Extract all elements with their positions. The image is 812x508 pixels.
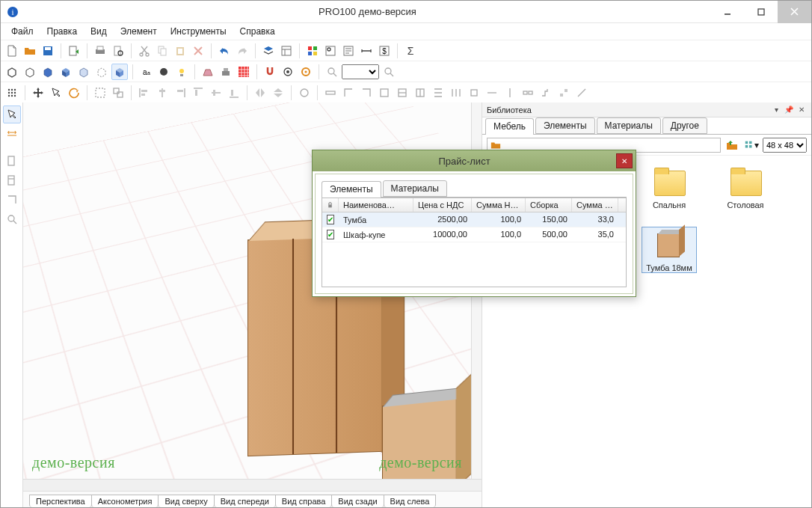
cut-button[interactable] [136, 43, 153, 59]
delete-button[interactable] [190, 43, 206, 59]
toggle-walls-button[interactable] [200, 64, 216, 80]
viewport-hscroll[interactable] [23, 479, 482, 491]
panel-pin-icon[interactable]: 📌 [784, 105, 794, 115]
dim-tool-9[interactable] [466, 85, 482, 101]
rotate-cw-button[interactable] [296, 85, 313, 101]
lt-1[interactable] [3, 152, 21, 170]
dim-tool-1[interactable] [322, 85, 339, 101]
select-tool[interactable] [48, 85, 64, 101]
dim-tool-5[interactable] [394, 85, 410, 101]
view-tab-axo[interactable]: Аксонометрия [91, 495, 159, 507]
new-button[interactable] [4, 43, 20, 59]
lib-item-folder[interactable]: Спальня [642, 168, 696, 209]
panel-close-icon[interactable]: ✕ [796, 105, 807, 115]
zoom-select[interactable] [342, 64, 379, 79]
close-button[interactable] [778, 1, 811, 23]
view-textured-button[interactable] [111, 64, 128, 80]
align-middle-button[interactable] [208, 85, 224, 101]
maximize-button[interactable] [744, 1, 778, 23]
view-wireframe-button[interactable] [4, 64, 20, 80]
dim-tool-13[interactable] [538, 85, 554, 101]
dim-tool-4[interactable] [376, 85, 393, 101]
view-tab-left[interactable]: Вид слева [384, 495, 437, 507]
lt-3[interactable] [3, 191, 21, 209]
view-transparent-button[interactable] [93, 64, 110, 80]
checkbox-icon[interactable]: ✔ [327, 215, 334, 224]
center-button[interactable] [298, 64, 314, 80]
dim-tool-8[interactable] [448, 85, 464, 101]
checkbox-icon[interactable]: ✔ [327, 230, 334, 239]
dim-tool-2[interactable] [340, 85, 357, 101]
cost-button[interactable]: $ [376, 43, 393, 59]
view-tab-top[interactable]: Вид сверху [158, 495, 214, 507]
table-row[interactable]: ✔ Тумба 2500,00 100,0 150,00 33,0 [322, 212, 626, 227]
menu-view[interactable]: Вид [84, 25, 113, 38]
up-folder-button[interactable] [724, 137, 740, 153]
lib-item-thumb[interactable]: Тумба 18мм [642, 227, 696, 272]
table-row[interactable]: ✔ Шкаф-купе 10000,00 100,0 500,00 35,0 [322, 227, 626, 242]
lib-tab-materials[interactable]: Материалы [597, 117, 661, 134]
open-button[interactable] [22, 43, 38, 59]
dim-tool-10[interactable] [484, 85, 500, 101]
group-button[interactable] [92, 85, 108, 101]
price-tab-materials[interactable]: Материалы [383, 180, 447, 197]
view-hidden-button[interactable] [22, 64, 38, 80]
panel-menu-icon[interactable]: ▾ [771, 105, 781, 115]
zoom-fit-button[interactable] [381, 64, 397, 80]
view-shaded-button[interactable] [58, 64, 74, 80]
view-flat-button[interactable] [40, 64, 56, 80]
menu-file[interactable]: Файл [5, 25, 40, 38]
paste-button[interactable] [172, 43, 188, 59]
palette-button[interactable] [304, 43, 321, 59]
col-price[interactable]: Цена с НДС [413, 198, 472, 212]
thumb-size-select[interactable]: 48 x 48 [763, 138, 807, 153]
collision-button[interactable] [280, 64, 296, 80]
dim-tool-11[interactable] [502, 85, 518, 101]
report-button[interactable] [340, 43, 357, 59]
print-preview-button[interactable] [110, 43, 126, 59]
view-tab-right[interactable]: Вид справа [275, 495, 333, 507]
minimize-button[interactable] [710, 1, 744, 23]
dim-tool-14[interactable] [556, 85, 572, 101]
dim-tool-7[interactable] [430, 85, 446, 101]
align-center-button[interactable] [154, 85, 170, 101]
light-button[interactable] [173, 64, 190, 80]
print-button[interactable] [92, 43, 108, 59]
toggle-grid-button[interactable] [236, 64, 252, 80]
lt-4[interactable] [3, 210, 21, 228]
view-tab-front[interactable]: Вид спереди [214, 495, 276, 507]
flip-h-button[interactable] [252, 85, 268, 101]
text-button[interactable]: aa [138, 64, 154, 80]
copy-button[interactable] [154, 43, 170, 59]
import-button[interactable] [66, 43, 82, 59]
view-mode-button[interactable]: ▾ [743, 137, 760, 153]
price-tab-elements[interactable]: Элементы [322, 181, 381, 198]
dimensions-button[interactable] [358, 43, 375, 59]
sum-button[interactable]: Σ [402, 43, 419, 59]
menu-element[interactable]: Элемент [114, 25, 163, 38]
zoom-button[interactable] [324, 64, 340, 80]
lib-tab-furniture[interactable]: Мебель [485, 118, 534, 135]
align-right-button[interactable] [172, 85, 188, 101]
move-tool[interactable] [30, 85, 46, 101]
menu-edit[interactable]: Правка [41, 25, 84, 38]
lib-tab-elements[interactable]: Элементы [535, 117, 595, 134]
view-tab-back[interactable]: Вид сзади [331, 495, 384, 507]
lib-tab-other[interactable]: Другое [662, 117, 707, 134]
toggle-room-button[interactable] [218, 64, 234, 80]
dim-tool-3[interactable] [358, 85, 375, 101]
flip-v-button[interactable] [270, 85, 286, 101]
menu-tools[interactable]: Инструменты [164, 25, 233, 38]
col-vat[interactable]: Сумма НДС [472, 198, 526, 212]
redo-button[interactable] [234, 43, 250, 59]
undo-button[interactable] [216, 43, 233, 59]
dim-tool-15[interactable] [573, 85, 590, 101]
layers-button[interactable] [260, 43, 277, 59]
shadow-button[interactable] [156, 64, 172, 80]
pricelist-button[interactable] [322, 43, 339, 59]
pricelist-close-button[interactable]: ✕ [616, 153, 633, 168]
lt-2[interactable] [3, 171, 21, 189]
structure-button[interactable] [278, 43, 295, 59]
snap-button[interactable] [262, 64, 278, 80]
menu-help[interactable]: Справка [234, 25, 281, 38]
